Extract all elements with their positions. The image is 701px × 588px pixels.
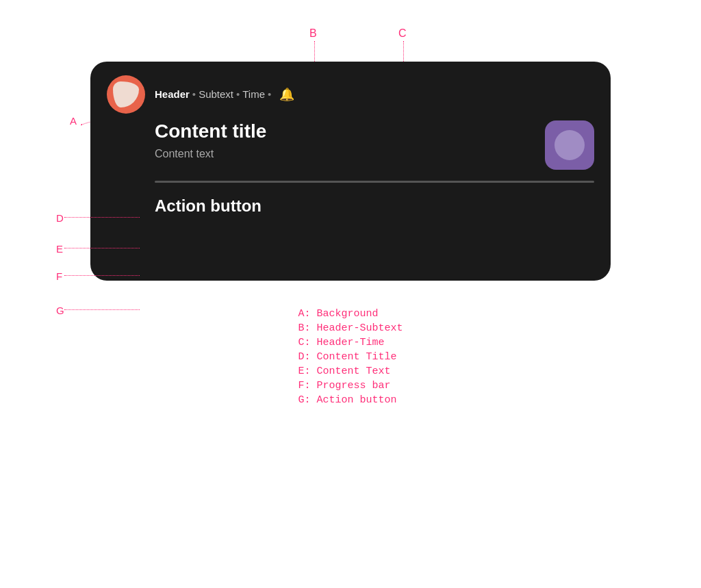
line-g: [64, 309, 140, 310]
label-c: C: [398, 27, 407, 40]
action-area[interactable]: Action button: [107, 196, 594, 216]
label-e: E: [56, 243, 63, 255]
line-e: [64, 248, 140, 248]
line-d: [64, 217, 140, 218]
legend-e: E: Content Text: [298, 366, 403, 377]
legend-g: G: Action button: [298, 394, 403, 406]
legend-d: D: Content Title: [298, 351, 403, 363]
line-f: [64, 275, 140, 276]
header-subtext: Subtext: [199, 88, 233, 100]
progress-bar-wrapper: [107, 181, 594, 183]
legend-c: C: Header-Time: [298, 337, 403, 348]
action-button-label[interactable]: Action button: [155, 196, 262, 215]
content-title: Content title: [155, 120, 534, 142]
legend: A: Background B: Header-Subtext C: Heade…: [298, 308, 403, 406]
thumbnail: [545, 120, 594, 170]
content-left: Content title Content text: [155, 120, 534, 160]
page-container: B C A D E F G Header • Subtext •: [42, 27, 659, 561]
header-sep1: •: [192, 88, 196, 100]
label-a: A: [70, 115, 77, 127]
avatar: [107, 75, 145, 114]
progress-bar: [155, 181, 594, 183]
bell-icon: 🔔: [279, 87, 294, 102]
header-bold: Header: [155, 88, 190, 100]
header-sep3: •: [268, 88, 271, 100]
header-time: Time: [242, 88, 265, 100]
header-text-row: Header • Subtext • Time • 🔔: [155, 87, 294, 102]
legend-f: F: Progress bar: [298, 380, 403, 392]
notification-card: D E F G Header • Subtext • Time • 🔔: [90, 62, 611, 281]
label-d: D: [56, 212, 64, 224]
card-header: Header • Subtext • Time • 🔔: [107, 75, 594, 114]
content-text: Content text: [155, 148, 534, 160]
legend-a: A: Background: [298, 308, 403, 320]
avatar-inner: [113, 81, 139, 107]
content-row: Content title Content text: [155, 120, 594, 170]
card-content: Content title Content text: [107, 120, 594, 170]
label-f: F: [56, 270, 62, 282]
legend-b: B: Header-Subtext: [298, 322, 403, 334]
label-g: G: [56, 305, 64, 316]
header-sep2: •: [236, 88, 240, 100]
thumbnail-inner: [555, 130, 585, 160]
label-b: B: [309, 27, 317, 40]
